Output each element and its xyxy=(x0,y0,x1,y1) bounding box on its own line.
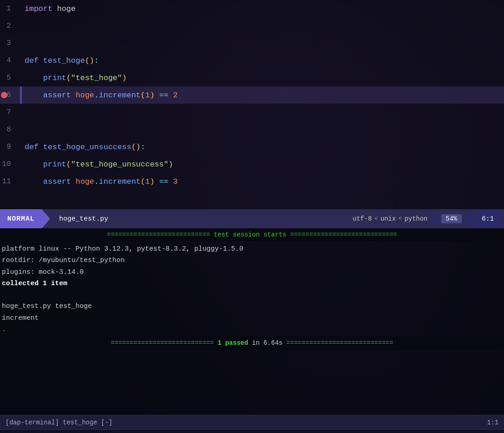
line-number-7: 7 xyxy=(0,108,19,116)
terminal-area: =========================== test session… xyxy=(0,228,504,415)
code-token: assert xyxy=(43,177,71,186)
code-line-3: 3 xyxy=(0,35,504,52)
code-token xyxy=(25,177,43,186)
breakpoint-indicator xyxy=(1,92,7,98)
increment-line: increment xyxy=(2,313,500,323)
line-number-3: 3 xyxy=(0,39,19,47)
chevron-icon-2: < xyxy=(398,216,402,222)
code-token xyxy=(168,91,173,100)
code-token: hoge xyxy=(76,91,94,100)
code-token: 3 xyxy=(173,177,178,186)
dap-terminal-label: [dap-terminal] test_hoge [-] xyxy=(5,419,112,426)
separator-bottom-prefix: =========================== xyxy=(111,339,217,347)
line-number-5: 5 xyxy=(0,74,19,82)
collected-line: collected 1 item xyxy=(2,278,500,289)
code-token xyxy=(25,91,43,100)
code-token: hoge xyxy=(52,5,76,13)
bottom-bar-1: [dap-terminal] test_hoge [-] 1:1 xyxy=(0,415,504,429)
code-token xyxy=(168,177,173,186)
code-line-1: 1import hoge xyxy=(0,0,504,17)
code-token: ( xyxy=(66,160,71,169)
code-content-9: def test_hoge_unsuccess(): xyxy=(19,143,504,151)
separator-top-text: =========================== test session… xyxy=(107,231,398,238)
code-token: . xyxy=(94,91,99,100)
code-line-6: 6 assert hoge.increment(1) == 2 xyxy=(0,86,504,104)
code-token: def xyxy=(25,143,39,151)
code-token xyxy=(39,143,43,151)
code-token: print xyxy=(43,160,66,169)
code-line-4: 4def test_hoge(): xyxy=(0,52,504,69)
line-number-1: 1 xyxy=(0,5,19,13)
code-token: 1 xyxy=(145,177,150,186)
code-token xyxy=(25,160,43,169)
code-line-11: 11 assert hoge.increment(1) == 3 xyxy=(0,173,504,190)
blank-line-1 xyxy=(2,290,500,300)
code-token: ) xyxy=(168,160,173,169)
editor-area: 1import hoge234def test_hoge():5 print("… xyxy=(0,0,504,209)
code-token: print xyxy=(43,74,66,82)
code-content-4: def test_hoge(): xyxy=(19,56,504,65)
code-line-10: 10 print("test_hoge_unsuccess") xyxy=(0,156,504,173)
code-token: () xyxy=(85,56,94,65)
terminal-content: platform linux -- Python 3.12.3, pytest-… xyxy=(0,241,504,335)
code-token: ( xyxy=(141,177,145,186)
status-bar: NORMAL hoge_test.py utf-8 < unix < pytho… xyxy=(0,209,504,228)
rootdir-line: rootdir: /myubuntu/test_python xyxy=(2,255,500,266)
code-token xyxy=(155,177,159,186)
mode-arrow-icon xyxy=(42,209,50,228)
code-token: 2 xyxy=(173,91,178,100)
code-content-11: assert hoge.increment(1) == 3 xyxy=(19,177,504,186)
code-line-8: 8 xyxy=(0,121,504,138)
passed-text: 1 passed xyxy=(217,339,248,347)
code-token: ) xyxy=(150,177,154,186)
code-line-7: 7 xyxy=(0,104,504,121)
status-position: 6:1 xyxy=(475,209,500,228)
code-content-5: print("test_hoge") xyxy=(19,74,504,82)
platform-line: platform linux -- Python 3.12.3, pytest-… xyxy=(2,244,500,254)
plugins-line: plugins: mock-3.14.0 xyxy=(2,267,500,277)
code-token: : xyxy=(94,56,99,65)
code-content-6: assert hoge.increment(1) == 2 xyxy=(19,91,504,100)
vim-mode-text: NORMAL xyxy=(7,215,35,223)
code-token xyxy=(39,56,43,65)
bottom-bar-2[interactable]: :lua require('dap-python').test_method() xyxy=(0,429,504,433)
code-token: == xyxy=(159,91,168,100)
code-token: () xyxy=(131,143,141,151)
separator-bottom-suffix: ============================ xyxy=(287,339,393,347)
code-token: == xyxy=(159,177,168,186)
code-lines: 1import hoge234def test_hoge():5 print("… xyxy=(0,0,504,190)
bottom-bar1-position: 1:1 xyxy=(487,419,499,426)
code-token: "test_hoge_unsuccess" xyxy=(71,160,168,169)
status-encoding: utf-8 xyxy=(353,215,372,222)
test-line: hoge_test.py test_hoge xyxy=(2,301,500,312)
code-line-2: 2 xyxy=(0,17,504,35)
code-token: : xyxy=(141,143,145,151)
line-number-8: 8 xyxy=(0,126,19,134)
code-token xyxy=(71,91,76,100)
code-token: hoge xyxy=(76,177,94,186)
code-token: test_hoge xyxy=(43,56,85,65)
line-number-9: 9 xyxy=(0,143,19,151)
code-token: test_hoge_unsuccess xyxy=(43,143,131,151)
terminal-separator-top: =========================== test session… xyxy=(0,228,504,241)
code-token: assert xyxy=(43,91,71,100)
code-token: ( xyxy=(66,74,71,82)
code-token xyxy=(71,177,76,186)
terminal-separator-bottom: =========================== 1 passed in … xyxy=(0,336,504,350)
code-token: . xyxy=(94,177,99,186)
status-right: utf-8 < unix < python 54% 6:1 xyxy=(353,209,504,228)
line-number-4: 4 xyxy=(0,56,19,65)
active-line-indicator xyxy=(20,86,22,104)
line-number-11: 11 xyxy=(0,177,19,186)
code-line-9: 9def test_hoge_unsuccess(): xyxy=(0,138,504,156)
status-arrow-right-icon xyxy=(430,209,438,228)
code-token: increment xyxy=(99,91,141,100)
code-token: "test_hoge" xyxy=(71,74,122,82)
status-arrow-right-icon-2 xyxy=(464,209,473,228)
line-number-10: 10 xyxy=(0,160,19,168)
code-token: def xyxy=(25,56,39,65)
code-token: increment xyxy=(99,177,141,186)
code-editor[interactable]: 1import hoge234def test_hoge():5 print("… xyxy=(0,0,504,209)
in-text: in 6.64s xyxy=(248,339,287,347)
code-token: ) xyxy=(122,74,126,82)
